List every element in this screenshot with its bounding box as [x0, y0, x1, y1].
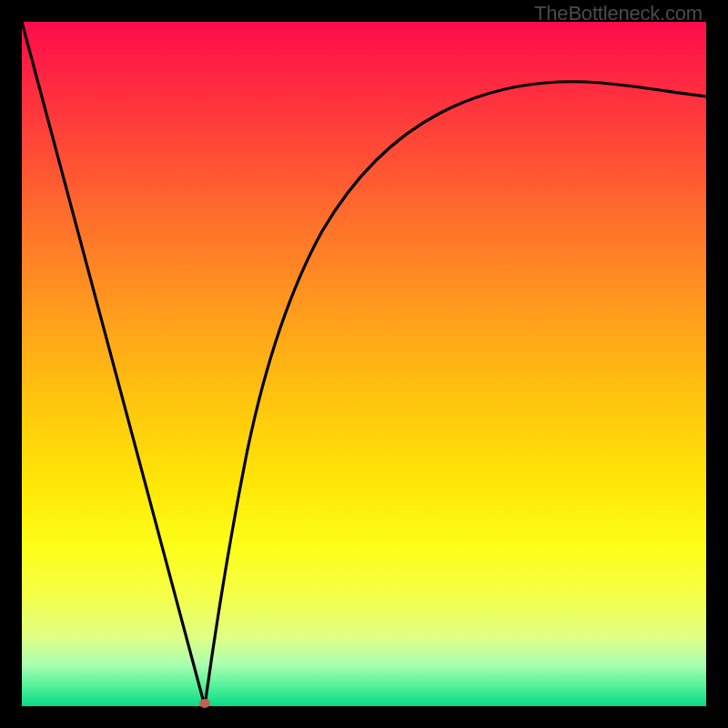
chart-frame: TheBottleneck.com [0, 0, 728, 728]
plot-area [22, 22, 706, 706]
watermark-text: TheBottleneck.com [534, 2, 703, 25]
bottleneck-curve [22, 22, 706, 706]
curve-svg [22, 22, 706, 706]
min-marker [199, 699, 210, 708]
